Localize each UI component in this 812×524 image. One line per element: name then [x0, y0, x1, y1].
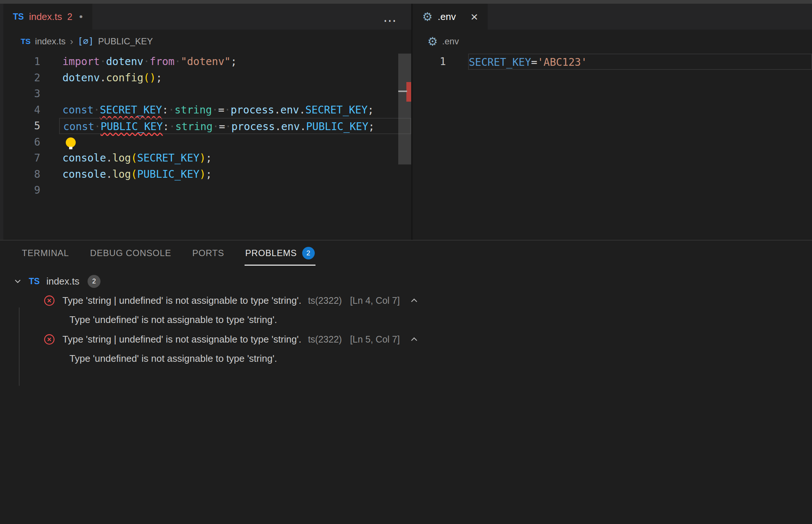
code-line-content[interactable]	[59, 134, 411, 150]
lightbulb-icon[interactable]	[66, 137, 76, 147]
tab-index-ts[interactable]: TS index.ts 2 ●	[3, 4, 92, 30]
code-token: const	[63, 120, 94, 133]
code-token: .	[299, 104, 306, 116]
error-icon	[44, 334, 55, 345]
problem-row[interactable]: Type 'string | undefined' is not assigna…	[0, 291, 812, 310]
panel-tab-terminal[interactable]: TERMINAL	[22, 241, 69, 266]
code-token: dotenv	[62, 72, 100, 84]
problem-location: [Ln 4, Col 7]	[350, 295, 400, 306]
overview-ruler-cursor-mark	[398, 91, 407, 92]
line-number: 7	[3, 150, 59, 166]
panel-tab-label: DEBUG CONSOLE	[90, 248, 171, 258]
problems-count-badge: 2	[302, 247, 315, 259]
code-token: "dotenv"	[181, 55, 231, 68]
code-line[interactable]: 7console.log(SECRET_KEY);	[3, 150, 411, 166]
panel-tab-label: PORTS	[192, 248, 224, 258]
problem-detail-row[interactable]: Type 'undefined' is not assignable to ty…	[0, 310, 812, 330]
code-line[interactable]: 6	[3, 134, 411, 150]
problems-file-name: index.ts	[46, 276, 79, 287]
collapse-chevron-icon[interactable]	[409, 296, 419, 305]
line-number: 6	[3, 134, 59, 150]
code-line[interactable]: 2dotenv.config();	[3, 70, 411, 86]
editor-scrollbar[interactable]	[398, 51, 411, 240]
code-line[interactable]: 9	[3, 182, 411, 198]
gear-file-icon: ⚙	[422, 11, 433, 23]
code-token: SECRET_KEY	[469, 56, 531, 68]
code-token: PUBLIC_KEY	[137, 168, 199, 180]
breadcrumb-file[interactable]: index.ts	[35, 36, 66, 47]
typescript-file-icon: TS	[21, 37, 31, 46]
panel-tab-ports[interactable]: PORTS	[192, 241, 224, 266]
error-icon	[44, 295, 55, 306]
right-code-editor[interactable]: 1SECRET_KEY='ABC123'	[413, 54, 812, 70]
code-line-content[interactable]: SECRET_KEY='ABC123'	[468, 54, 812, 70]
code-line-content[interactable]: const·PUBLIC_KEY:·string·=·process.env.P…	[59, 118, 411, 134]
code-line[interactable]: 8console.log(PUBLIC_KEY);	[3, 166, 411, 183]
problems-file-count: 2	[88, 275, 100, 288]
right-breadcrumb: ⚙ .env	[413, 30, 812, 53]
modified-dot-icon[interactable]: ●	[79, 13, 83, 20]
panel-tabbar: TERMINALDEBUG CONSOLEPORTSPROBLEMS2	[0, 241, 812, 266]
code-token: )	[199, 168, 206, 180]
line-number: 1	[3, 54, 59, 70]
code-token: =	[531, 56, 538, 68]
code-token: ·	[213, 120, 219, 133]
breadcrumb-symbol[interactable]: PUBLIC_KEY	[98, 36, 153, 47]
code-line[interactable]: 5const·PUBLIC_KEY:·string·=·process.env.…	[3, 118, 411, 134]
problem-message: Type 'string | undefined' is not assigna…	[62, 295, 301, 306]
code-token: ·	[94, 120, 100, 133]
code-line-content[interactable]: const·SECRET_KEY:·string·=·process.env.S…	[59, 102, 411, 118]
line-number: 5	[3, 118, 59, 134]
problem-row[interactable]: Type 'string | undefined' is not assigna…	[0, 330, 812, 349]
chevron-down-icon[interactable]	[13, 277, 22, 286]
code-line-content[interactable]	[59, 182, 411, 198]
code-line[interactable]: 1import·dotenv·from·"dotenv";	[3, 54, 411, 70]
breadcrumb-file[interactable]: .env	[442, 36, 459, 47]
scrollbar-thumb[interactable]	[398, 54, 411, 164]
line-number: 3	[3, 86, 59, 102]
code-token: 'ABC123'	[537, 56, 587, 68]
code-token: SECRET_KEY	[100, 104, 162, 116]
code-token: config	[106, 72, 143, 84]
panel-tab-problems[interactable]: PROBLEMS2	[245, 241, 315, 266]
tab-error-count: 2	[67, 11, 72, 22]
code-line[interactable]: 1SECRET_KEY='ABC123'	[413, 54, 812, 70]
code-token: PUBLIC_KEY	[306, 120, 369, 133]
line-number: 2	[3, 70, 59, 86]
code-token: ·	[225, 120, 231, 133]
collapse-chevron-icon[interactable]	[409, 334, 419, 344]
code-line-content[interactable]: console.log(PUBLIC_KEY);	[59, 166, 411, 183]
code-token: .	[106, 152, 112, 164]
code-line-content[interactable]: dotenv.config();	[59, 70, 411, 86]
left-editor-tabbar: TS index.ts 2 ● ⋯	[3, 4, 411, 30]
code-token: SECRET_KEY	[137, 152, 199, 164]
code-line[interactable]: 4const·SECRET_KEY:·string·=·process.env.…	[3, 102, 411, 118]
tab-env[interactable]: ⚙ .env ×	[413, 4, 488, 30]
line-number: 4	[3, 102, 59, 118]
code-line-content[interactable]: import·dotenv·from·"dotenv";	[59, 54, 411, 70]
problem-message: Type 'string | undefined' is not assigna…	[62, 334, 301, 345]
code-token: :	[163, 120, 169, 133]
left-breadcrumb: TS index.ts › [∅] PUBLIC_KEY	[3, 30, 411, 53]
titlebar-strip	[0, 0, 812, 4]
close-icon[interactable]: ×	[471, 10, 478, 24]
tree-indent-guide	[19, 307, 20, 386]
more-actions-icon[interactable]: ⋯	[383, 14, 396, 27]
problem-detail-row[interactable]: Type 'undefined' is not assignable to ty…	[0, 349, 812, 368]
code-line-content[interactable]	[59, 86, 411, 102]
code-token: ;	[368, 104, 374, 116]
problem-location: [Ln 5, Col 7]	[350, 334, 400, 345]
breadcrumb-separator: ›	[70, 36, 74, 47]
problems-file-row[interactable]: TSindex.ts2	[0, 272, 812, 291]
problems-view: TSindex.ts2Type 'string | undefined' is …	[0, 266, 812, 368]
panel-tab-debug-console[interactable]: DEBUG CONSOLE	[90, 241, 171, 266]
code-line-content[interactable]: console.log(SECRET_KEY);	[59, 150, 411, 166]
right-editor-tabbar: ⚙ .env ×	[413, 4, 812, 30]
code-line[interactable]: 3	[3, 86, 411, 102]
left-code-editor[interactable]: 1import·dotenv·from·"dotenv";2dotenv.con…	[3, 54, 411, 198]
code-token: log	[112, 168, 131, 180]
code-token: (	[131, 152, 137, 164]
code-token: dotenv	[106, 55, 143, 68]
code-token: :	[162, 104, 168, 116]
code-token: process	[231, 104, 274, 116]
